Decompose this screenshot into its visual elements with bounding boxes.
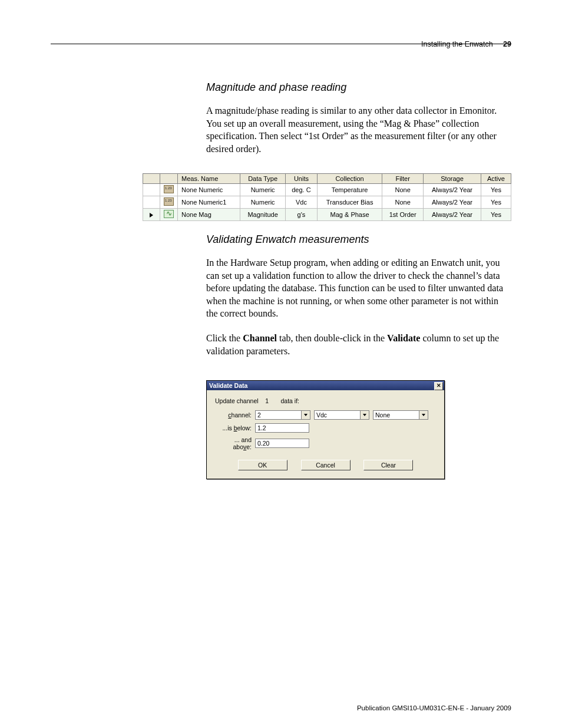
th: Storage: [424, 174, 481, 184]
td: None: [382, 184, 424, 196]
is-below-input[interactable]: [255, 423, 309, 433]
publication-footer: Publication GMSI10-UM031C-EN-E - January…: [357, 704, 511, 711]
th: Units: [285, 174, 317, 184]
td: None Numeric: [178, 184, 240, 196]
td: Yes: [481, 184, 511, 196]
section2-title: Validating Enwatch measurements: [206, 233, 511, 246]
chevron-down-icon[interactable]: [419, 410, 428, 420]
header-section: Installing the Enwatch: [421, 40, 493, 48]
magnitude-icon: [164, 210, 174, 218]
td: Always/2 Year: [424, 196, 481, 209]
section1-paragraph: A magnitude/phase reading is similar to …: [206, 104, 511, 155]
channel-input[interactable]: [255, 410, 301, 420]
is-below-label: ...is below:: [215, 424, 255, 431]
units-combo[interactable]: [314, 410, 369, 420]
channel-combo[interactable]: [255, 410, 310, 420]
chevron-down-icon[interactable]: [360, 410, 369, 420]
td: None: [382, 196, 424, 209]
bold: Channel: [243, 333, 277, 343]
ok-button[interactable]: OK: [238, 460, 287, 470]
page-header: Installing the Enwatch 29: [51, 40, 511, 44]
td: Transducer Bias: [317, 196, 382, 209]
th: Data Type: [240, 174, 286, 184]
td: Temperature: [317, 184, 382, 196]
filter-combo[interactable]: [373, 410, 428, 420]
th: Collection: [317, 174, 382, 184]
td: deg. C: [285, 184, 317, 196]
and-above-input[interactable]: [255, 439, 309, 448]
dialog-title: Validate Data: [209, 382, 247, 389]
close-icon[interactable]: ✕: [434, 382, 443, 390]
td: g's: [285, 209, 317, 221]
td: Yes: [481, 196, 511, 209]
units-input[interactable]: [314, 410, 360, 420]
th: Active: [481, 174, 511, 184]
numeric-icon: [164, 197, 174, 206]
td: Yes: [481, 209, 511, 221]
chevron-down-icon[interactable]: [301, 410, 310, 420]
txt: tab, then double-click in the: [277, 333, 387, 343]
content-block-1: Magnitude and phase reading A magnitude/…: [206, 81, 511, 167]
td: None Mag: [178, 209, 240, 221]
numeric-icon: [164, 185, 174, 193]
th: Meas. Name: [178, 174, 240, 184]
bold: Validate: [387, 333, 420, 343]
section1-title: Magnitude and phase reading: [206, 81, 511, 94]
table-row[interactable]: None Numeric1 Numeric Vdc Transducer Bia…: [143, 196, 511, 209]
td: Always/2 Year: [424, 209, 481, 221]
section2-para1: In the Hardware Setup program, when addi…: [206, 256, 511, 320]
page-number: 29: [503, 40, 511, 48]
cancel-button[interactable]: Cancel: [301, 460, 351, 470]
dialog-intro: Update channel 1 data if:: [215, 397, 436, 404]
and-above-label: ... and above:: [215, 436, 255, 450]
filter-input[interactable]: [373, 410, 419, 420]
td: Magnitude: [240, 209, 286, 221]
table-row[interactable]: None Numeric Numeric deg. C Temperature …: [143, 184, 511, 196]
table-header-row: Meas. Name Data Type Units Collection Fi…: [143, 174, 511, 184]
clear-button[interactable]: Clear: [363, 460, 413, 470]
current-row-icon: [150, 213, 153, 218]
section2-para2: Click the Channel tab, then double-click…: [206, 332, 511, 357]
validate-data-dialog: Validate Data ✕ Update channel 1 data if…: [206, 380, 445, 479]
td: Numeric: [240, 184, 286, 196]
td: Mag & Phase: [317, 209, 382, 221]
channel-label: channel:: [215, 411, 255, 419]
td: Vdc: [285, 196, 317, 209]
dialog-titlebar: Validate Data ✕: [207, 381, 444, 390]
td: Numeric: [240, 196, 286, 209]
content-block-2: Validating Enwatch measurements In the H…: [206, 233, 511, 369]
txt: Click the: [206, 333, 243, 343]
td: Always/2 Year: [424, 184, 481, 196]
th: Filter: [382, 174, 424, 184]
td: 1st Order: [382, 209, 424, 221]
td: None Numeric1: [178, 196, 240, 209]
measurement-table: Meas. Name Data Type Units Collection Fi…: [143, 173, 511, 221]
table-row[interactable]: None Mag Magnitude g's Mag & Phase 1st O…: [143, 209, 511, 221]
